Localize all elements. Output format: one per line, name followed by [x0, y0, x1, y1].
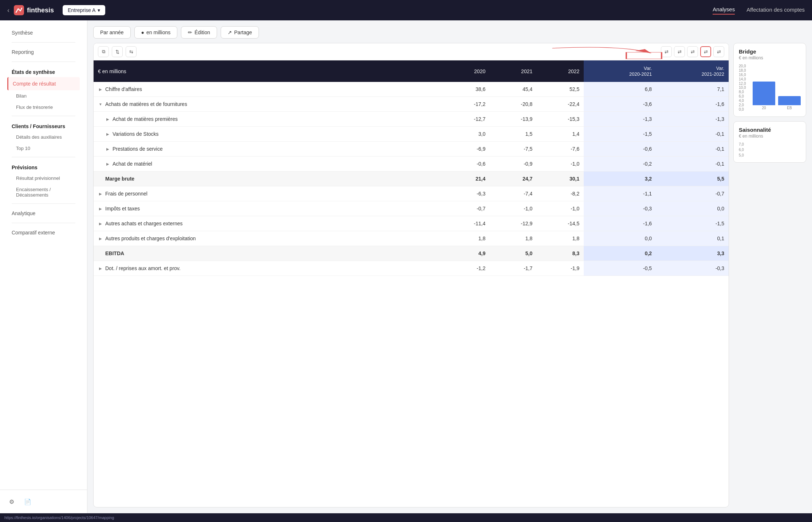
season-y-6: 6,0 [739, 148, 801, 152]
cell-value: 30,1 [537, 171, 584, 186]
cell-value: -15,3 [537, 112, 584, 127]
bridge-bar-1-fill [753, 82, 775, 105]
sidebar-item-flux[interactable]: Flux de trésorerie [7, 102, 80, 113]
col-filter-1[interactable]: ⇄ [661, 46, 672, 57]
cell-var: -0,7 [656, 186, 729, 201]
cell-value: -7,4 [490, 186, 537, 201]
row-expand-icon[interactable]: ▶ [98, 191, 103, 196]
company-selector[interactable]: Entreprise A ▾ [63, 5, 105, 15]
var-2021-2022-header[interactable]: Var. 2021-2022 [656, 60, 729, 82]
back-button[interactable]: ‹ [7, 7, 9, 14]
sidebar-item-top10[interactable]: Top 10 [7, 143, 80, 154]
year-2022-header[interactable]: 2022 [537, 60, 584, 82]
row-expand-icon[interactable]: ▶ [98, 221, 103, 226]
document-icon[interactable]: 📄 [22, 496, 33, 507]
cell-var: -1,6 [584, 216, 656, 231]
nav-link-affectation[interactable]: Affectation des comptes [746, 7, 805, 14]
content-row: ⧉ ⇅ ⇆ ⇄ ⇄ ⇄ ⇄ ⇄ [93, 43, 806, 507]
col-filter-5[interactable]: ⇄ [713, 46, 724, 57]
bridge-bar-1: 20 [753, 82, 775, 110]
row-expand-icon[interactable]: ▶ [105, 116, 110, 122]
cell-var: -0,1 [656, 127, 729, 142]
y-label-4: 4,0 [739, 99, 750, 103]
col-filter-2[interactable]: ⇄ [674, 46, 685, 57]
cell-value: -0,9 [490, 157, 537, 171]
sidebar-item-comparatif[interactable]: Comparatif externe [7, 226, 80, 239]
edition-button[interactable]: ✏ Édition [181, 26, 217, 39]
row-label-text: Marge brute [105, 176, 134, 182]
cell-value: -1,7 [490, 261, 537, 276]
row-expand-icon[interactable]: ▶ [105, 131, 110, 137]
cell-var: 0,0 [584, 231, 656, 246]
sidebar-item-resultat-prev[interactable]: Résultat prévisionnel [7, 173, 80, 184]
partage-button[interactable]: ↗ Partage [221, 26, 259, 39]
column-controls: ⧉ ⇅ ⇆ ⇄ ⇄ ⇄ ⇄ ⇄ [94, 43, 729, 60]
row-label-text: Achats de matières et de fournitures [105, 101, 187, 107]
main-content: Par année ● en millions ✏ Édition ↗ Part… [87, 20, 812, 513]
svg-rect-0 [14, 5, 24, 15]
year-2020-header[interactable]: 2020 [443, 60, 490, 82]
cell-value: -17,2 [443, 97, 490, 112]
y-label-18: 18,0 [739, 68, 750, 72]
row-expand-icon[interactable]: ▶ [98, 206, 103, 211]
sidebar-divider-6 [12, 223, 75, 223]
settings-icon[interactable]: ⚙ [6, 496, 17, 507]
y-label-2: 2,0 [739, 103, 750, 107]
bridge-bar-1-label: 20 [762, 106, 766, 110]
table-area: ⧉ ⇅ ⇆ ⇄ ⇄ ⇄ ⇄ ⇄ [93, 43, 729, 507]
cell-value: 5,0 [490, 246, 537, 261]
cell-value: 1,4 [537, 127, 584, 142]
sidebar-item-synthese[interactable]: Synthèse [7, 26, 80, 39]
table-row: ▶Impôts et taxes-0,7-1,0-1,0-0,30,0 [94, 201, 729, 216]
sidebar-item-encaissements[interactable]: Encaissements / Décaissements [7, 184, 80, 201]
cell-var: -0,2 [584, 157, 656, 171]
cell-var: -0,6 [584, 142, 656, 157]
sort-desc-button[interactable]: ⇆ [126, 46, 137, 57]
row-expand-icon[interactable]: ▶ [98, 87, 103, 92]
row-expand-icon[interactable]: ▶ [105, 161, 110, 166]
nav-link-analyses[interactable]: Analyses [713, 6, 735, 15]
bridge-chart-area: 20 EB [753, 64, 801, 111]
cell-var: -0,3 [656, 261, 729, 276]
cell-var: 3,3 [656, 246, 729, 261]
cell-var: 0,1 [656, 231, 729, 246]
row-expand-icon[interactable]: ▼ [98, 102, 103, 107]
par-annee-button[interactable]: Par année [93, 26, 131, 39]
row-label-text: Impôts et taxes [105, 206, 140, 211]
row-label-text: Achat de matières premières [113, 116, 178, 122]
bridge-chart-container: 20,0 18,0 16,0 14,0 12,0 10,0 8,0 6,0 4,… [739, 64, 801, 111]
year-2021-header[interactable]: 2021 [490, 60, 537, 82]
sort-asc-button[interactable]: ⇅ [112, 46, 123, 57]
cell-value: -11,4 [443, 216, 490, 231]
var-2020-2021-header[interactable]: Var. 2020-2021 [584, 60, 656, 82]
sidebar-item-reporting[interactable]: Reporting [7, 46, 80, 59]
cell-value: -8,2 [537, 186, 584, 201]
cell-value: -6,9 [443, 142, 490, 157]
col-filter-4-highlighted[interactable]: ⇄ [700, 46, 711, 57]
sidebar-item-analytique[interactable]: Analytique [7, 207, 80, 220]
table-row: ▶Variations de Stocks3,01,51,4-1,5-0,1 [94, 127, 729, 142]
cell-value: 52,5 [537, 82, 584, 97]
row-expand-icon[interactable]: ▶ [98, 236, 103, 241]
copy-button[interactable]: ⧉ [98, 46, 109, 57]
sidebar-item-compte-resultat[interactable]: Compte de résultat [7, 77, 80, 90]
cell-value: -1,0 [537, 201, 584, 216]
cell-value: -13,9 [490, 112, 537, 127]
cell-value: -0,7 [443, 201, 490, 216]
col-filter-3[interactable]: ⇄ [687, 46, 698, 57]
financial-table: € en millions 2020 2021 2022 Var. 2020-2… [94, 60, 729, 276]
sidebar-item-bilan[interactable]: Bilan [7, 90, 80, 102]
bridge-bar-2-label: EB [787, 106, 792, 110]
row-expand-icon[interactable]: ▶ [98, 266, 103, 271]
row-label-text: Chiffre d'affaires [105, 86, 142, 92]
row-expand-icon[interactable]: ▶ [105, 146, 110, 151]
en-millions-button[interactable]: ● en millions [134, 26, 178, 39]
sidebar-item-auxiliaires[interactable]: Détails des auxiliaires [7, 131, 80, 143]
table-row: ▶Frais de personnel-6,3-7,4-8,2-1,1-0,7 [94, 186, 729, 201]
logo-text: finthesis [27, 7, 54, 14]
cell-var: -1,3 [656, 112, 729, 127]
share-icon: ↗ [228, 29, 232, 35]
y-label-6: 6,0 [739, 94, 750, 98]
y-label-12: 12,0 [739, 82, 750, 86]
cell-value: -14,5 [537, 216, 584, 231]
